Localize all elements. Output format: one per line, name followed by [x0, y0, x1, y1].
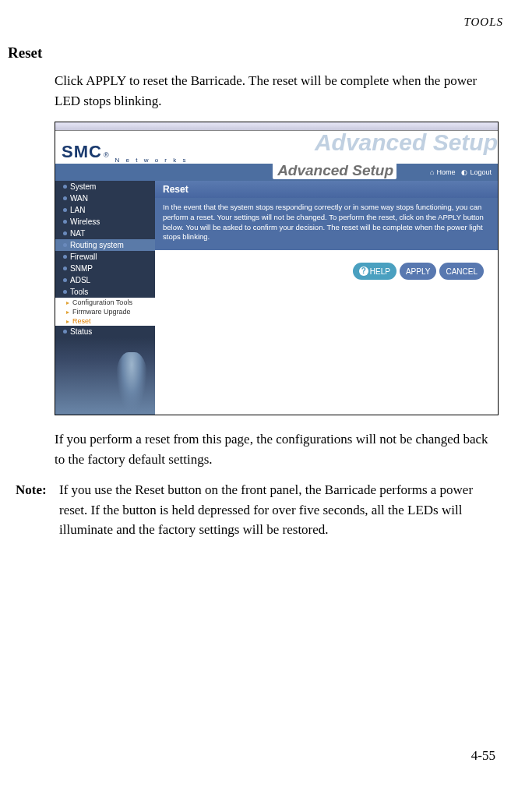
bullet-icon	[63, 220, 67, 224]
nav-nat[interactable]: NAT	[55, 228, 155, 239]
nav-routing-system[interactable]: Routing system	[55, 239, 155, 251]
nav-label: System	[70, 182, 96, 191]
action-buttons-row: HELP APPLY CANCEL	[155, 250, 498, 292]
nav-label: ADSL	[70, 276, 90, 284]
cancel-button[interactable]: CANCEL	[439, 263, 484, 280]
subnav-reset[interactable]: ▸Reset	[55, 316, 155, 326]
nav-wan[interactable]: WAN	[55, 192, 155, 204]
nav-adsl[interactable]: ADSL	[55, 274, 155, 286]
bullet-icon	[63, 196, 67, 200]
bullet-icon	[63, 185, 67, 189]
help-label: HELP	[370, 267, 390, 276]
logout-button[interactable]: ◐ Logout	[461, 168, 492, 176]
nav-label: NAT	[70, 229, 85, 238]
sidebar-nav: System WAN LAN Wireless NAT Routing syst…	[55, 181, 155, 415]
page-header-section: TOOLS	[8, 16, 503, 29]
note-body: If you use the Reset button on the front…	[59, 480, 495, 540]
apply-button[interactable]: APPLY	[400, 263, 437, 280]
bullet-icon	[63, 330, 67, 334]
logout-icon: ◐	[461, 168, 467, 176]
nav-status[interactable]: Status	[55, 326, 155, 337]
page-number: 4-55	[471, 748, 495, 764]
arrow-icon: ▸	[66, 318, 69, 325]
section-heading-reset: Reset	[8, 44, 503, 62]
panel-title: Reset	[155, 181, 498, 198]
home-button[interactable]: ⌂ Home	[430, 168, 455, 176]
bullet-icon	[63, 208, 67, 212]
subnav-label: Reset	[72, 317, 91, 325]
brand-registered: ®	[104, 151, 109, 159]
home-label: Home	[436, 168, 455, 176]
intro-paragraph: Click APPLY to reset the Barricade. The …	[55, 71, 495, 111]
note-label: Note:	[16, 480, 59, 540]
banner-title-ghost: Advanced Setup	[315, 131, 498, 156]
subnav-label: Firmware Upgrade	[72, 308, 131, 316]
nav-wireless[interactable]: Wireless	[55, 216, 155, 228]
nav-label: Wireless	[70, 217, 100, 226]
router-ui-screenshot: SMC ® N e t w o r k s Advanced Setup Adv…	[55, 122, 499, 415]
nav-lan[interactable]: LAN	[55, 204, 155, 216]
bullet-icon	[63, 231, 67, 235]
window-titlebar	[55, 122, 498, 131]
panel-description: In the event that the system stops respo…	[155, 198, 498, 250]
main-panel: Reset In the event that the system stops…	[155, 181, 498, 415]
nav-label: Status	[70, 327, 92, 336]
home-icon: ⌂	[430, 168, 434, 176]
brand-logo: SMC ®	[55, 139, 109, 164]
page-mode-title: Advanced Setup	[273, 162, 396, 179]
nav-label: SNMP	[70, 264, 93, 273]
nav-label: Firewall	[70, 252, 97, 261]
brand-name: SMC	[62, 142, 102, 162]
tools-submenu: ▸Configuration Tools ▸Firmware Upgrade ▸…	[55, 298, 155, 326]
logout-label: Logout	[470, 168, 492, 176]
bullet-icon	[63, 278, 67, 282]
subnav-firmware-upgrade[interactable]: ▸Firmware Upgrade	[55, 307, 155, 316]
arrow-icon: ▸	[66, 309, 69, 316]
nav-firewall[interactable]: Firewall	[55, 251, 155, 263]
bullet-icon	[63, 267, 67, 270]
nav-tools[interactable]: Tools	[55, 286, 155, 298]
help-button[interactable]: HELP	[353, 263, 396, 280]
subnav-config-tools[interactable]: ▸Configuration Tools	[55, 298, 155, 307]
nav-system[interactable]: System	[55, 181, 155, 192]
bullet-icon	[63, 290, 67, 294]
nav-label: WAN	[70, 194, 88, 203]
subnav-label: Configuration Tools	[72, 298, 132, 306]
top-bar: Advanced Setup ⌂ Home ◐ Logout	[55, 164, 498, 181]
sidebar-decorative-image	[55, 337, 155, 415]
after-screenshot-paragraph: If you perform a reset from this page, t…	[55, 429, 495, 469]
arrow-icon: ▸	[66, 299, 69, 306]
nav-label: LAN	[70, 206, 85, 214]
bullet-icon	[63, 243, 67, 247]
nav-label: Tools	[70, 288, 88, 296]
nav-snmp[interactable]: SNMP	[55, 263, 155, 274]
brand-banner: SMC ® N e t w o r k s Advanced Setup	[55, 131, 498, 164]
brand-subtext: N e t w o r k s	[115, 157, 189, 164]
bullet-icon	[63, 255, 67, 259]
nav-label: Routing system	[70, 241, 124, 249]
